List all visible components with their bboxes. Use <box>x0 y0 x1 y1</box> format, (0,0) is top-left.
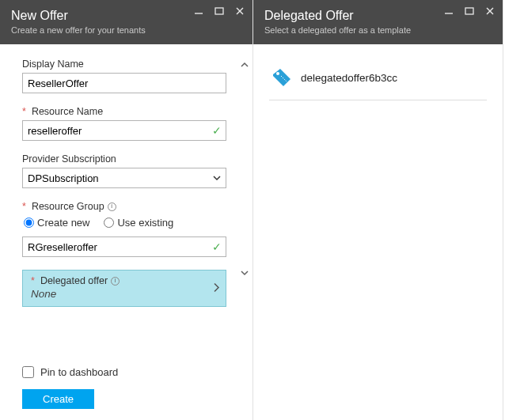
required-marker: * <box>31 275 35 286</box>
scroll-up-icon[interactable] <box>238 59 251 71</box>
resource-group-input[interactable] <box>22 236 226 257</box>
delegated-offer-blade: Delegated Offer Select a delegated offer… <box>253 0 503 420</box>
close-button[interactable] <box>234 5 246 17</box>
svg-point-8 <box>276 72 279 75</box>
scrollbar[interactable] <box>238 59 251 279</box>
offer-item-label: delegatedoffer6b3cc <box>301 72 397 84</box>
display-name-label: Display Name <box>22 59 235 70</box>
chevron-right-icon <box>213 282 221 295</box>
blade-header: New Offer Create a new offer for your te… <box>0 0 252 44</box>
offer-list: delegatedoffer6b3cc <box>253 44 503 118</box>
required-marker: * <box>22 106 26 117</box>
required-marker: * <box>22 201 26 212</box>
form-content: Display Name * Resource Name ✓ Provider … <box>0 44 252 366</box>
blade-subtitle: Create a new offer for your tenants <box>11 25 241 35</box>
display-name-input[interactable] <box>22 73 226 93</box>
close-button[interactable] <box>484 5 496 17</box>
scroll-down-icon[interactable] <box>238 267 251 279</box>
svg-rect-5 <box>465 8 473 14</box>
minimize-button[interactable] <box>442 5 455 17</box>
delegated-offer-item[interactable]: delegatedoffer6b3cc <box>269 62 487 100</box>
blade-header: Delegated Offer Select a delegated offer… <box>253 0 503 44</box>
blade-footer: Pin to dashboard Create <box>0 366 252 420</box>
pin-to-dashboard-checkbox[interactable] <box>22 366 34 378</box>
minimize-button[interactable] <box>192 5 205 17</box>
provider-subscription-label: Provider Subscription <box>22 153 235 165</box>
pin-label: Pin to dashboard <box>40 366 118 378</box>
resource-name-input[interactable] <box>22 120 226 141</box>
resource-group-label: * Resource Group i <box>22 201 235 212</box>
info-icon[interactable]: i <box>111 277 120 286</box>
maximize-button[interactable] <box>463 5 476 17</box>
use-existing-radio[interactable]: Use existing <box>104 217 173 229</box>
delegated-offer-value: None <box>31 288 218 300</box>
create-button[interactable]: Create <box>22 389 94 409</box>
blade-subtitle: Select a delegated offer as a template <box>264 25 492 35</box>
new-offer-blade: New Offer Create a new offer for your te… <box>0 0 253 420</box>
create-new-radio[interactable]: Create new <box>24 217 89 229</box>
provider-subscription-select[interactable]: DPSubscription <box>22 168 226 188</box>
delegated-offer-selector[interactable]: * Delegated offer i None <box>22 270 226 307</box>
resource-name-label: * Resource Name <box>22 106 235 117</box>
tag-icon <box>271 66 293 89</box>
info-icon[interactable]: i <box>108 202 116 211</box>
svg-rect-1 <box>215 8 223 14</box>
window-controls <box>442 5 496 17</box>
maximize-button[interactable] <box>213 5 226 17</box>
window-controls <box>192 5 246 17</box>
